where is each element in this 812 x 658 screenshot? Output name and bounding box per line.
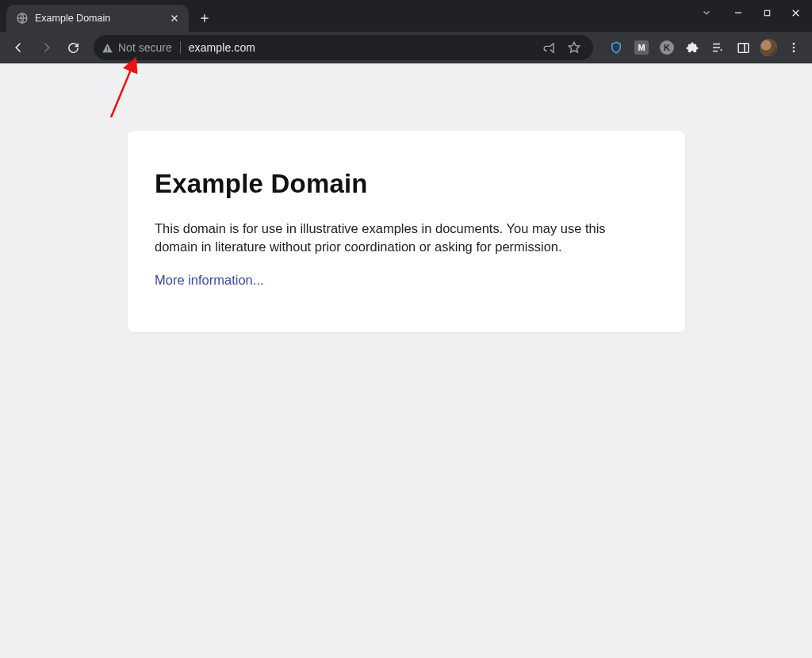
extension-k-icon[interactable]: K: [655, 36, 679, 59]
svg-point-6: [793, 47, 795, 49]
side-panel-icon[interactable]: [731, 36, 755, 59]
bookmark-star-icon[interactable]: [563, 36, 585, 59]
tab-search-caret-icon[interactable]: [701, 7, 712, 18]
window-maximize-icon[interactable]: [761, 7, 772, 18]
svg-line-8: [111, 60, 135, 117]
security-label: Not secure: [118, 41, 172, 54]
nav-forward-button[interactable]: [33, 35, 59, 60]
nav-reload-button[interactable]: [60, 35, 86, 60]
page-heading: Example Domain: [155, 169, 658, 199]
browser-chrome: Example Domain: [0, 0, 812, 63]
omnibox-separator: [180, 41, 181, 54]
extension-gmail-icon[interactable]: M: [630, 36, 653, 59]
new-tab-button[interactable]: [193, 7, 216, 29]
svg-rect-2: [107, 47, 108, 49]
svg-rect-1: [764, 10, 769, 15]
chrome-menu-icon[interactable]: [782, 36, 806, 59]
page-viewport: Example Domain This domain is for use in…: [0, 63, 812, 658]
url-text: example.com: [189, 41, 538, 54]
content-card: Example Domain This domain is for use in…: [128, 131, 685, 332]
omnibox[interactable]: Not secure example.com: [94, 35, 593, 60]
annotation-arrow-icon: [103, 54, 151, 125]
close-tab-icon[interactable]: [168, 12, 181, 25]
browser-tab[interactable]: Example Domain: [6, 5, 189, 32]
window-controls: [690, 0, 812, 25]
page-paragraph: This domain is for use in illustrative e…: [155, 220, 630, 257]
profile-avatar[interactable]: [756, 36, 780, 59]
svg-point-5: [793, 43, 795, 45]
globe-icon: [16, 12, 29, 25]
window-close-icon[interactable]: [790, 7, 801, 18]
window-minimize-icon[interactable]: [733, 7, 744, 18]
nav-back-button[interactable]: [6, 35, 32, 60]
tab-title: Example Domain: [35, 13, 162, 24]
extension-brave-shield-icon[interactable]: [604, 36, 628, 59]
extensions-puzzle-icon[interactable]: [680, 36, 704, 59]
svg-point-7: [793, 50, 795, 52]
more-information-link[interactable]: More information...: [155, 273, 264, 287]
extension-playlist-icon[interactable]: [706, 36, 730, 59]
share-icon[interactable]: [538, 36, 560, 59]
svg-rect-4: [738, 43, 749, 52]
toolbar: Not secure example.com M K: [0, 32, 812, 63]
svg-rect-3: [107, 50, 108, 51]
title-bar: Example Domain: [0, 0, 812, 32]
not-secure-warning-icon[interactable]: [102, 42, 113, 54]
extension-row: M K: [604, 36, 806, 59]
